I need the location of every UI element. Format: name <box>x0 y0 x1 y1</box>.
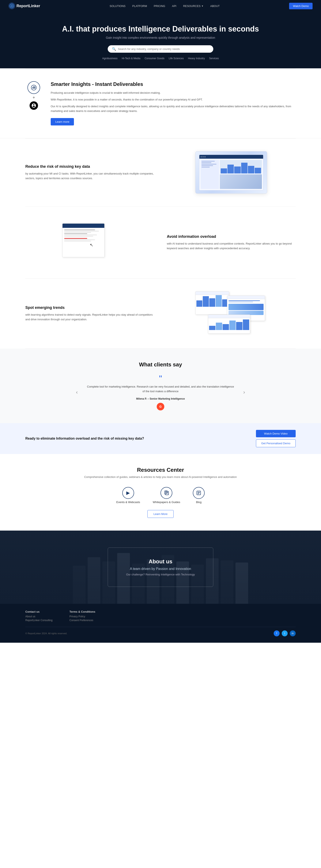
cta-watch-demo-button[interactable]: Watch Demo Video <box>256 430 296 437</box>
nav-resources[interactable]: RESOURCES <box>183 4 201 8</box>
doc-card <box>62 223 105 257</box>
reportlinker-icon <box>28 81 40 94</box>
footer-columns: Contact us About us ReportLinker Consult… <box>25 610 296 623</box>
about-content: About us A team driven by Passion and In… <box>0 531 321 604</box>
nav-api[interactable]: API <box>172 4 176 8</box>
smarter-content: Smarter Insights - Instant Deliverables … <box>51 81 296 125</box>
nav-watch-demo-button[interactable]: Watch Demo <box>289 3 313 9</box>
tag-lifesciences[interactable]: Life Sciences <box>169 57 184 60</box>
tag-hitech[interactable]: Hi-Tech & Media <box>122 57 140 60</box>
feature-reduce-risk-section: Reduce the risk of missing key data by a… <box>0 138 321 206</box>
smarter-heading: Smarter Insights - Instant Deliverables <box>51 81 296 87</box>
svg-rect-2 <box>12 5 12 7</box>
hero-title: A.I. that produces Intelligence Delivera… <box>8 25 313 33</box>
footer-copyright: © ReportLinker 2024. All rights reserved… <box>25 632 67 634</box>
cta-personalised-demo-button[interactable]: Get Personalised Demo <box>256 439 296 447</box>
screenshot-titlebar <box>199 155 263 159</box>
chart-header-1 <box>195 291 229 295</box>
blog-label: Blog <box>196 500 202 504</box>
next-arrow-icon[interactable]: › <box>243 389 245 395</box>
footer-link-privacy[interactable]: Privacy Policy <box>69 615 96 618</box>
quote-open-icon: " <box>86 374 235 383</box>
testimonial-author: Milena P. – Senior Marketing Intelligenc… <box>86 397 235 400</box>
footer-link-consent[interactable]: Consent Preferences <box>69 619 96 622</box>
nav-about[interactable]: ABOUT <box>210 4 220 8</box>
nav-solutions[interactable]: SOLUTIONS <box>110 4 126 8</box>
logo[interactable]: ReportLinker <box>8 3 40 9</box>
svg-rect-5 <box>33 87 33 89</box>
openai-icon <box>30 101 38 110</box>
svg-rect-6 <box>34 86 34 89</box>
footer-bottom: © ReportLinker 2024. All rights reserved… <box>25 627 296 637</box>
screen-map <box>220 174 262 189</box>
footer-col2-heading: Terms & Conditions <box>69 610 96 613</box>
nav-pricing[interactable]: PRICING <box>154 4 165 8</box>
smarter-p2: With Reportlinker, it is now possible in… <box>51 97 296 102</box>
smarter-p1: Producing accurate intelligence outputs … <box>51 91 296 95</box>
logo-icon <box>8 3 15 9</box>
screen-sidebar <box>201 160 219 189</box>
hero-section: A.I. that produces Intelligence Delivera… <box>0 12 321 68</box>
resources-grid: ▶ Events & Webcasts Whitepapers & Guides <box>25 487 296 504</box>
plus-icon: + <box>33 95 35 100</box>
facebook-icon[interactable]: f <box>274 630 280 637</box>
tag-consumer[interactable]: Consumer Goods <box>145 57 165 60</box>
navbar: ReportLinker SOLUTIONS PLATFORM PRICING … <box>0 0 321 12</box>
nav-links: SOLUTIONS PLATFORM PRICING API RESOURCES… <box>110 4 220 8</box>
feature3-heading: Spot emerging trends <box>25 306 154 310</box>
cta-bar-section: Ready to eliminate Information overload … <box>0 423 321 454</box>
doc-body <box>63 228 104 243</box>
resource-events[interactable]: ▶ Events & Webcasts <box>116 487 140 504</box>
hero-subtitle: Gain insight into complex environments q… <box>8 36 313 39</box>
about-heading: About us <box>120 558 201 565</box>
search-icon: 🔍 <box>112 47 116 51</box>
about-text: Our challenge? Reinventing Intelligence … <box>120 573 201 576</box>
tag-heavy[interactable]: Heavy Industry <box>188 57 205 60</box>
footer: Contact us About us ReportLinker Consult… <box>0 604 321 643</box>
feature1-image <box>167 151 296 193</box>
chart-card-1 <box>195 291 229 315</box>
blog-icon <box>193 487 205 499</box>
smarter-p3: Our AI is specifically designed to detec… <box>51 104 296 114</box>
nav-platform[interactable]: PLATFORM <box>132 4 147 8</box>
linkedin-icon[interactable]: in <box>290 630 296 637</box>
about-subheading: A team driven by Passion and Innovation <box>120 567 201 571</box>
feature1-text-body: by automating your MI and CI tasks. With… <box>25 172 154 181</box>
footer-col-terms: Terms & Conditions Privacy Policy Consen… <box>69 610 96 623</box>
testimonial-section: What clients say ‹ " Complete tool for m… <box>0 349 321 423</box>
resources-section: Resources Center Comprehensive collectio… <box>0 454 321 531</box>
footer-link-about[interactable]: About us <box>25 615 52 618</box>
screenshot-body <box>199 159 263 190</box>
prev-arrow-icon[interactable]: ‹ <box>76 389 78 395</box>
twitter-icon[interactable]: t <box>282 630 288 637</box>
feature1-screenshot <box>195 151 267 193</box>
footer-link-consulting[interactable]: ReportLinker Consulting <box>25 619 52 622</box>
svg-rect-7 <box>35 87 35 89</box>
feature3-image <box>167 291 296 336</box>
tag-agrobusiness[interactable]: Agrobusiness <box>102 57 118 60</box>
screen-chart <box>220 160 262 174</box>
about-section: About us A team driven by Passion and In… <box>0 531 321 604</box>
chart-card-3 <box>208 315 250 334</box>
search-input[interactable] <box>118 48 209 51</box>
footer-col-contact: Contact us About us ReportLinker Consult… <box>25 610 52 623</box>
resources-learn-more-button[interactable]: Learn More <box>147 510 174 518</box>
feature2-text: Avoid information overload with AI train… <box>167 235 296 251</box>
resource-blog[interactable]: Blog <box>193 487 205 504</box>
feature3-text-body: with learning algorithms trained to dete… <box>25 312 154 322</box>
smarter-section: + Smarter Insights - Instant Deliverable… <box>0 68 321 138</box>
feature-overload-section: Avoid information overload with AI train… <box>0 207 321 278</box>
testimonial-nav: ‹ " Complete tool for marketing intellig… <box>76 374 245 410</box>
events-label: Events & Webcasts <box>116 500 140 504</box>
cta-text: Ready to eliminate Information overload … <box>25 437 144 440</box>
resource-whitepapers[interactable]: Whitepapers & Guides <box>153 487 180 504</box>
screen-main <box>220 160 262 189</box>
learn-more-button[interactable]: Learn more <box>51 118 74 125</box>
feature2-image: ↖ <box>25 219 154 266</box>
resources-subtitle: Comprehensive collection of guides, webi… <box>25 475 296 478</box>
svg-rect-3 <box>12 5 13 7</box>
smarter-icons: + <box>25 81 42 110</box>
tag-services[interactable]: Services <box>209 57 219 60</box>
chart-bar-3 <box>208 318 250 331</box>
chevron-down-icon: ▼ <box>202 5 204 7</box>
